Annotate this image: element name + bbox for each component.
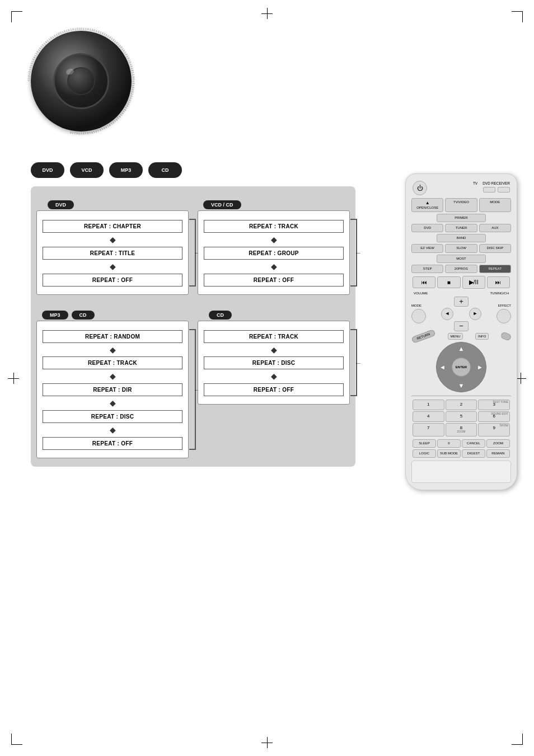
num6-btn[interactable]: 6 SOUND EDIT: [478, 411, 510, 422]
effect-dial-right[interactable]: [496, 309, 511, 323]
next-btn[interactable]: ⏭: [487, 276, 510, 288]
remain-btn[interactable]: REMAIN: [486, 449, 510, 458]
aux-btn[interactable]: AUX: [479, 224, 511, 232]
ez-view-btn[interactable]: EZ VIEW: [411, 244, 443, 252]
repeat-disc-cd-box: REPEAT : DISC: [204, 356, 344, 369]
tune-right-btn[interactable]: ►: [469, 308, 481, 320]
mode-dial-left[interactable]: [411, 309, 426, 323]
crosshair-left: [8, 373, 19, 384]
next-side-btn[interactable]: [500, 331, 512, 341]
mode-label-left: MODE: [411, 304, 426, 307]
cd-section: CD REPEAT : TRACK ◆ REPEAT : DISC ◆ REPE…: [198, 321, 350, 458]
num3-btn[interactable]: 3 TEST TONE: [478, 400, 510, 410]
disc-skip-btn[interactable]: DISC SKIP: [479, 244, 511, 252]
nav-down-btn[interactable]: ▼: [458, 382, 465, 389]
enter-btn[interactable]: ENTER: [452, 358, 471, 377]
btn-row-view: EZ VIEW SLOW DISC SKIP: [411, 244, 511, 252]
vol-tuning-labels: VOLUME TUNING/CH: [411, 292, 511, 295]
vol-spacer: [455, 308, 467, 320]
slow-btn[interactable]: SLOW: [445, 244, 477, 252]
repeat-btn[interactable]: REPEAT: [479, 265, 511, 273]
mode-btn-1[interactable]: MODE: [479, 198, 511, 212]
test-tone-label: TEST TONE: [493, 401, 508, 404]
num2-btn[interactable]: 2: [446, 400, 477, 410]
menu-info-row: RETURN MENU INFO: [411, 333, 511, 340]
dvd-arrow-2: ◆: [43, 262, 182, 271]
tuner-btn[interactable]: TUNER: [445, 224, 477, 232]
dvd-flow-box: REPEAT : CHAPTER ◆ REPEAT : TITLE ◆ REPE…: [36, 210, 189, 295]
menu-btn[interactable]: MENU: [448, 333, 463, 340]
vcd-arrow-1: ◆: [204, 235, 344, 245]
mode-dot-mp3-label: MP3: [121, 167, 132, 173]
crosshair-bottom: [261, 737, 273, 748]
num1-btn[interactable]: 1: [413, 400, 444, 410]
digest-btn[interactable]: DIGEST: [462, 449, 485, 458]
sound-edit-label: SOUND EDIT: [491, 412, 508, 416]
nav-up-btn[interactable]: ▲: [458, 345, 465, 352]
submode-btn[interactable]: SUB MODE: [437, 449, 461, 458]
zoom-btn[interactable]: ZOOM: [486, 439, 510, 448]
sleep-row: SLEEP 0 CANCEL ZOOM: [413, 439, 510, 448]
tv-selector-btn[interactable]: [483, 187, 495, 192]
tune-left-btn[interactable]: ◄: [441, 308, 453, 320]
num4-btn[interactable]: 4: [413, 411, 444, 422]
btn-row-1: ▲ OPEN/CLOSE TV/VIDEO MODE: [411, 198, 511, 212]
transport-row: ⏮ ■ ▶/II ⏭: [413, 276, 510, 289]
nav-left-btn[interactable]: ◄: [439, 364, 446, 370]
sleep-btn[interactable]: SLEEP: [413, 439, 436, 448]
remote-divider: [411, 396, 511, 396]
logic-btn[interactable]: LOGIC: [413, 449, 436, 458]
num9-btn[interactable]: 9 SHOW: [478, 423, 510, 436]
20prog-btn[interactable]: 20PROG: [445, 265, 477, 273]
cancel-btn[interactable]: CANCEL: [462, 439, 485, 448]
info-btn[interactable]: INFO: [475, 333, 489, 340]
mp3-arrow-2: ◆: [43, 372, 182, 381]
cd-loop-arrow: ←: [354, 358, 362, 367]
dvd-selector-btn[interactable]: [498, 187, 510, 192]
step-btn[interactable]: STEP: [411, 265, 443, 273]
primer-btn[interactable]: PRIMER: [437, 214, 486, 222]
corner-mark-br: [512, 734, 523, 745]
num7-btn[interactable]: 7: [413, 423, 444, 436]
tv-label: TV: [473, 181, 477, 185]
band-btn[interactable]: BAND: [437, 234, 486, 242]
band-row: BAND: [411, 234, 511, 242]
power-button[interactable]: ⏻: [413, 181, 427, 195]
cd-section-label: CD: [209, 311, 232, 320]
repeat-off-cd-box: REPEAT : OFF: [204, 383, 344, 396]
open-close-btn[interactable]: ▲ OPEN/CLOSE: [411, 198, 443, 212]
mp3-arrow-4: ◆: [43, 425, 182, 435]
nav-right-btn[interactable]: ►: [477, 364, 483, 370]
num8-btn[interactable]: 8 ZOOM: [446, 423, 477, 436]
play-pause-btn[interactable]: ▶/II: [462, 276, 485, 289]
repeat-off-vcd-box: REPEAT : OFF: [204, 274, 344, 287]
corner-mark-bl: [11, 734, 22, 745]
panel-background: DVD REPEAT : CHAPTER ◆ REPEAT : TITLE ◆ …: [31, 186, 355, 467]
remote-control: ⏻ TV DVD RECEIVER ▲ OPEN/CLOSE TV/VIDEO …: [405, 173, 517, 490]
numpad: 1 2 3 TEST TONE 4 5 6 SOUND EDIT 7: [413, 400, 510, 436]
dvd-arrow-1: ◆: [43, 235, 182, 245]
vcd-loop-arrow: ←: [354, 248, 362, 257]
num0-btn[interactable]: 0: [437, 439, 461, 448]
vol-effect-row: MODE + ◄ ► − EFFECT: [411, 297, 511, 331]
tv-dvd-labels: TV DVD RECEIVER: [473, 181, 510, 192]
remote-top-row: ⏻ TV DVD RECEIVER: [411, 181, 511, 195]
logic-row: LOGIC SUB MODE DIGEST REMAIN: [413, 449, 510, 458]
prev-btn[interactable]: ⏮: [413, 276, 435, 288]
dvd-section-label: DVD: [48, 200, 74, 209]
repeat-disc-mp3-box: REPEAT : DISC: [43, 410, 182, 423]
tv-video-btn[interactable]: TV/VIDEO: [445, 198, 477, 212]
cd-arrow-1: ◆: [204, 345, 344, 355]
tuning-label: TUNING/CH: [490, 292, 509, 295]
stop-btn[interactable]: ■: [437, 276, 460, 288]
mp3-label-dot2: CD: [72, 311, 95, 320]
most-btn[interactable]: MOST: [437, 255, 486, 263]
dvd-btn[interactable]: DVD: [411, 224, 443, 232]
mp3-arrow-1: ◆: [43, 345, 182, 355]
lens-body: [31, 31, 132, 132]
crosshair-top: [261, 8, 273, 19]
main-content: DVD VCD MP3 CD DVD REPEAT : CHAPTER ◆ RE…: [31, 162, 361, 467]
num5-btn[interactable]: 5: [446, 411, 477, 422]
vol-down-btn[interactable]: −: [454, 321, 469, 331]
vol-up-btn[interactable]: +: [454, 297, 469, 307]
